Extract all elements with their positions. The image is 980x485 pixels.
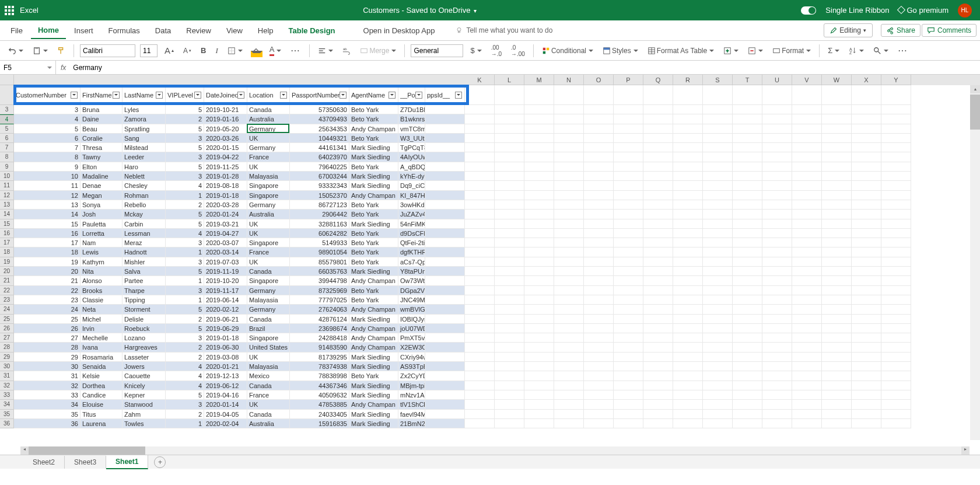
data-cell[interactable]: Rebello <box>123 200 166 210</box>
data-cell[interactable]: 77797025 <box>290 295 349 305</box>
data-cell[interactable]: MBjm-tpijVo <box>398 381 425 390</box>
empty-cell[interactable] <box>554 343 584 352</box>
empty-cell[interactable] <box>614 124 643 134</box>
empty-cell[interactable] <box>703 390 733 400</box>
empty-cell[interactable] <box>643 305 673 314</box>
data-cell[interactable]: 40509632 <box>290 390 349 400</box>
empty-cell[interactable] <box>852 85 881 105</box>
empty-cell[interactable] <box>614 191 643 200</box>
data-cell[interactable] <box>425 238 465 247</box>
data-cell[interactable] <box>425 210 465 219</box>
col-header[interactable]: M <box>524 75 554 85</box>
data-cell[interactable] <box>425 343 465 352</box>
data-cell[interactable]: 4 <box>166 381 204 390</box>
empty-cell[interactable] <box>792 200 822 210</box>
data-cell[interactable]: Canada <box>247 105 290 114</box>
empty-cell[interactable] <box>465 229 495 238</box>
data-cell[interactable]: Andy Champan <box>349 343 398 352</box>
empty-cell[interactable] <box>554 172 584 181</box>
empty-cell[interactable] <box>703 400 733 409</box>
data-cell[interactable]: Germany <box>247 200 290 210</box>
empty-cell[interactable] <box>614 390 643 400</box>
empty-cell[interactable] <box>792 286 822 295</box>
align-button[interactable] <box>316 45 335 57</box>
data-cell[interactable]: Beto Yark <box>349 247 398 257</box>
empty-cell[interactable] <box>524 210 554 219</box>
data-cell[interactable]: 2020-03-26 <box>204 134 247 143</box>
empty-cell[interactable] <box>554 229 584 238</box>
empty-cell[interactable] <box>792 381 822 390</box>
formula-input[interactable]: Germany <box>71 64 980 72</box>
empty-cell[interactable] <box>703 114 733 124</box>
empty-cell[interactable] <box>495 181 524 190</box>
empty-cell[interactable] <box>495 191 524 200</box>
empty-cell[interactable] <box>852 134 881 143</box>
data-cell[interactable]: Kepner <box>123 390 166 400</box>
row-header[interactable]: 29 <box>0 353 14 362</box>
empty-cell[interactable] <box>465 257 495 267</box>
empty-cell[interactable] <box>643 400 673 409</box>
empty-cell[interactable] <box>852 390 881 400</box>
empty-cell[interactable] <box>554 333 584 343</box>
data-cell[interactable]: 2019-01-16 <box>204 114 247 124</box>
data-cell[interactable]: 2019-06-12 <box>204 381 247 390</box>
empty-cell[interactable] <box>643 191 673 200</box>
empty-cell[interactable] <box>733 286 762 295</box>
empty-cell[interactable] <box>881 219 911 229</box>
data-cell[interactable]: 32881163 <box>290 219 349 229</box>
empty-cell[interactable] <box>852 286 881 295</box>
empty-cell[interactable] <box>792 85 822 105</box>
empty-cell[interactable] <box>524 191 554 200</box>
data-cell[interactable]: Michel <box>80 315 123 324</box>
row-header[interactable]: 35 <box>0 410 14 419</box>
empty-cell[interactable] <box>554 315 584 324</box>
empty-cell[interactable] <box>614 210 643 219</box>
empty-cell[interactable] <box>733 105 762 114</box>
empty-cell[interactable] <box>673 381 703 390</box>
empty-cell[interactable] <box>584 238 614 247</box>
empty-cell[interactable] <box>584 419 614 428</box>
data-cell[interactable] <box>425 124 465 134</box>
data-cell[interactable]: Canada <box>247 381 290 390</box>
empty-cell[interactable] <box>822 315 852 324</box>
sort-filter-button[interactable]: AZ <box>846 45 866 57</box>
data-cell[interactable]: 3 <box>166 333 204 343</box>
empty-cell[interactable] <box>703 229 733 238</box>
data-cell[interactable]: Mark Siedling <box>349 390 398 400</box>
data-cell[interactable]: 98901054 <box>290 247 349 257</box>
data-cell[interactable]: Singapore <box>247 238 290 247</box>
data-cell[interactable]: faevl94MbJM <box>398 410 425 419</box>
format-button[interactable]: Format <box>770 45 813 57</box>
empty-cell[interactable] <box>762 419 792 428</box>
empty-cell[interactable] <box>792 229 822 238</box>
data-cell[interactable] <box>425 371 465 381</box>
empty-cell[interactable] <box>792 333 822 343</box>
data-cell[interactable]: 3 <box>166 134 204 143</box>
empty-cell[interactable] <box>643 295 673 305</box>
empty-cell[interactable] <box>881 181 911 190</box>
data-cell[interactable]: Brooks <box>80 286 123 295</box>
data-cell[interactable]: Nita <box>80 267 123 276</box>
empty-cell[interactable] <box>852 229 881 238</box>
empty-cell[interactable] <box>673 105 703 114</box>
data-cell[interactable]: Malayasia <box>247 172 290 181</box>
data-cell[interactable]: 2019-06-30 <box>204 343 247 352</box>
data-cell[interactable]: Mark Siedling <box>349 410 398 419</box>
data-cell[interactable]: 93332343 <box>290 181 349 190</box>
empty-cell[interactable] <box>584 410 614 419</box>
empty-cell[interactable] <box>792 124 822 134</box>
empty-cell[interactable] <box>673 181 703 190</box>
empty-cell[interactable] <box>495 219 524 229</box>
empty-cell[interactable] <box>703 410 733 419</box>
data-cell[interactable]: DGpa2VfectI <box>398 286 425 295</box>
empty-cell[interactable] <box>614 353 643 362</box>
data-cell[interactable]: Milstead <box>123 143 166 152</box>
empty-cell[interactable] <box>792 276 822 285</box>
empty-cell[interactable] <box>792 295 822 305</box>
data-cell[interactable]: Coralie <box>80 134 123 143</box>
data-cell[interactable]: 7 <box>14 143 80 152</box>
empty-cell[interactable] <box>733 85 762 105</box>
data-cell[interactable]: Andy Champan <box>349 333 398 343</box>
data-cell[interactable]: 33 <box>14 390 80 400</box>
decrease-decimal-button[interactable]: .0→.00 <box>509 43 527 59</box>
